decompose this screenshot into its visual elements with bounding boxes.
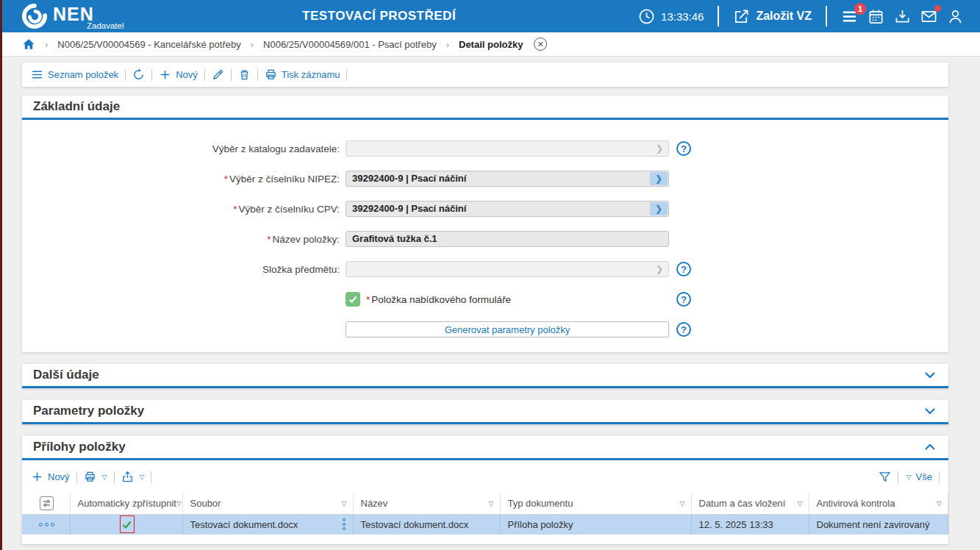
help-icon[interactable]: ? — [676, 141, 691, 156]
print-record-button[interactable]: Tisk záznamu — [265, 68, 340, 81]
printer-icon — [84, 471, 96, 483]
column-header-name[interactable]: Název▽ — [353, 493, 500, 514]
create-vz-button[interactable]: Založit VZ — [733, 8, 812, 25]
row-file-value: Testovací dokument.docx — [190, 519, 298, 530]
column-filter-icon[interactable]: ▽ — [937, 500, 942, 507]
chevron-down-icon[interactable] — [923, 404, 937, 418]
additional-section-title: Další údaje — [33, 368, 99, 382]
toolbar-separator — [125, 69, 126, 81]
calendar-icon — [868, 8, 884, 25]
column-filter-icon[interactable]: ▽ — [798, 500, 803, 507]
page-edge-strip — [0, 0, 2, 550]
topbar-divider — [826, 6, 827, 26]
attachment-export-button[interactable]: ▽ — [121, 471, 145, 483]
row-antivirus-cell: Dokument není zavirovaný — [809, 514, 948, 535]
chevron-down-icon[interactable] — [923, 368, 937, 382]
breadcrumb-separator: › — [446, 39, 449, 50]
calendar-button[interactable] — [868, 8, 884, 25]
cpv-field[interactable]: 39292400-9 | Psací náčiní ❯ — [346, 201, 669, 217]
downloads-button[interactable] — [894, 8, 911, 25]
column-settings-header[interactable] — [22, 493, 70, 514]
cpv-field-value: 39292400-9 | Psací náčiní — [346, 201, 668, 216]
refresh-button[interactable] — [132, 68, 145, 81]
nipez-picker-button[interactable]: ❯ — [650, 172, 668, 185]
item-list-button[interactable]: Seznam položek — [31, 68, 118, 81]
basic-section-header: Základní údaje — [22, 96, 948, 120]
filter-all-button[interactable]: ▽ Vše — [905, 471, 932, 482]
dropdown-triangle-icon: ▽ — [140, 474, 145, 481]
column-header-doc-type[interactable]: Typ dokumentu▽ — [500, 493, 691, 514]
pencil-icon — [212, 68, 224, 81]
nen-logo[interactable]: NEN Zadavatel — [22, 4, 124, 29]
breadcrumb-item-part[interactable]: N006/25/V00004569/001 - Psací potřeby — [263, 39, 437, 50]
attachments-table: Automaticky zpřístupnit▽ Soubor▽ Název▽ … — [22, 493, 948, 535]
messages-button[interactable] — [920, 8, 937, 25]
form-row-nipez: *Výběr z číselníku NIPEZ: 39292400-9 | P… — [22, 171, 948, 187]
breadcrumb-item-detail: Detail položky — [459, 39, 523, 50]
topbar-actions: 13:33:46 Založit VZ 1 — [638, 6, 964, 26]
messages-unread-dot — [934, 5, 941, 12]
main-menu-button[interactable]: 1 — [841, 8, 858, 25]
column-filter-icon[interactable]: ▽ — [680, 500, 685, 507]
column-filter-icon[interactable]: ▽ — [176, 500, 182, 507]
close-tab-icon[interactable]: ✕ — [534, 38, 547, 51]
column-header-inserted-at[interactable]: Datum a čas vložení▽ — [691, 493, 809, 514]
delete-record-button[interactable] — [238, 68, 251, 81]
section-item-parameters[interactable]: Parametry položky — [22, 400, 948, 424]
breadcrumb-item-contract[interactable]: N006/25/V00004569 - Kancelářské potřeby — [57, 39, 240, 50]
cpv-picker-button[interactable]: ❯ — [650, 202, 668, 215]
printer-icon — [265, 68, 277, 81]
attachment-print-button[interactable]: ▽ — [84, 471, 107, 483]
home-icon[interactable] — [22, 38, 35, 51]
user-profile-button[interactable] — [947, 8, 964, 25]
filter-funnel-icon[interactable] — [879, 471, 891, 483]
logo-role-label: Zadavatel — [87, 21, 124, 30]
offer-form-checkbox[interactable] — [346, 292, 360, 307]
cell-menu-icon[interactable] — [343, 518, 347, 530]
toolbar-separator — [939, 471, 940, 483]
offer-form-checkbox-label: *Položka nabídkového formuláře — [366, 294, 511, 305]
row-actions-icon[interactable] — [29, 523, 64, 526]
help-icon[interactable]: ? — [676, 322, 691, 337]
edit-icon — [733, 8, 750, 25]
edit-record-button[interactable] — [212, 68, 224, 81]
toolbar-separator — [257, 69, 258, 81]
nen-logo-icon — [22, 4, 47, 29]
basic-form: Výběr z katalogu zadavatele: ❯ ? *Výběr … — [22, 120, 948, 352]
nipez-field-value: 39292400-9 | Psací náčiní — [346, 171, 668, 186]
row-auto-cell — [70, 514, 182, 535]
chevron-up-icon[interactable] — [923, 440, 937, 454]
column-filter-icon[interactable]: ▽ — [489, 500, 494, 507]
column-header-antivirus[interactable]: Antivirová kontrola▽ — [809, 493, 948, 514]
new-record-button[interactable]: Nový — [159, 68, 198, 81]
toolbar-separator — [151, 69, 152, 81]
toolbar-separator — [76, 471, 77, 483]
row-file-cell[interactable]: Testovací dokument.docx — [182, 514, 353, 535]
section-item-attachments: Přílohy položky Nový ▽ ▽ — [22, 436, 948, 544]
person-icon — [947, 8, 964, 25]
plus-icon — [159, 68, 171, 81]
toolbar-separator — [346, 69, 347, 81]
toolbar-separator — [898, 471, 898, 483]
attachments-section-title: Přílohy položky — [33, 440, 126, 454]
item-name-field[interactable]: Grafitová tužka č.1 — [346, 231, 669, 247]
parameters-section-title: Parametry položky — [33, 404, 144, 418]
row-actions-cell[interactable] — [22, 514, 70, 535]
column-header-file[interactable]: Soubor▽ — [182, 493, 353, 514]
attachments-header-row: Automaticky zpřístupnit▽ Soubor▽ Název▽ … — [22, 493, 948, 514]
column-header-auto[interactable]: Automaticky zpřístupnit▽ — [70, 493, 182, 514]
generate-parameters-button[interactable]: Generovat parametry položky — [346, 321, 669, 338]
nipez-field[interactable]: 39292400-9 | Psací náčiní ❯ — [346, 171, 669, 187]
topbar-divider — [718, 6, 719, 26]
column-filter-icon[interactable]: ▽ — [342, 500, 347, 507]
help-icon[interactable]: ? — [676, 292, 691, 307]
attachment-new-button[interactable]: Nový — [31, 471, 70, 483]
offer-form-checkbox-wrap: *Položka nabídkového formuláře — [346, 291, 669, 307]
main-content: Seznam položek Nový — [0, 57, 980, 544]
breadcrumb-separator: › — [45, 39, 48, 50]
auto-available-checkbox[interactable] — [120, 515, 135, 533]
help-icon[interactable]: ? — [676, 262, 691, 276]
attachment-row[interactable]: Testovací dokument.docx Testovací dokume… — [22, 514, 948, 535]
environment-title: TESTOVACÍ PROSTŘEDÍ — [302, 0, 456, 32]
section-additional-data[interactable]: Další údaje — [22, 364, 948, 388]
